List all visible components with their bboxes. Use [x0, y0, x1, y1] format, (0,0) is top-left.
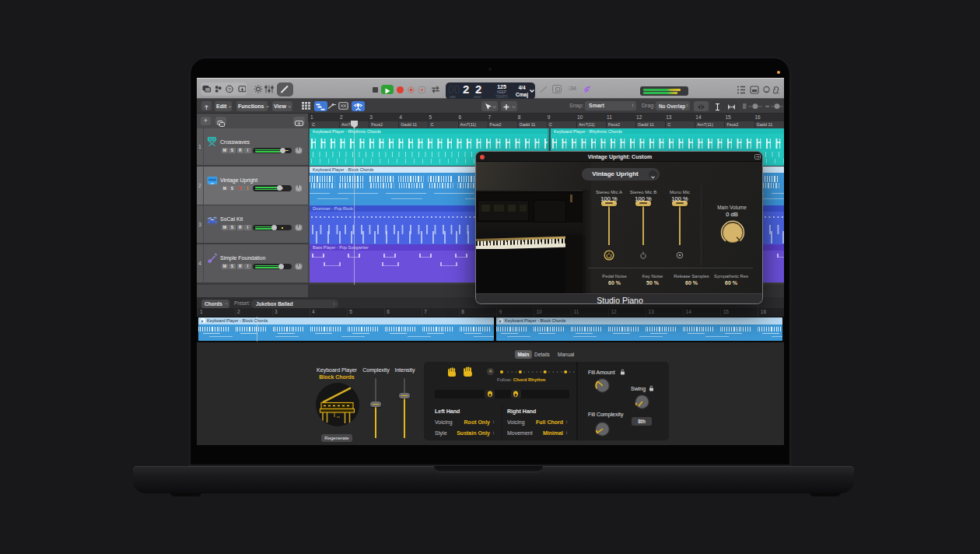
svg-text:?: ? — [228, 87, 231, 92]
